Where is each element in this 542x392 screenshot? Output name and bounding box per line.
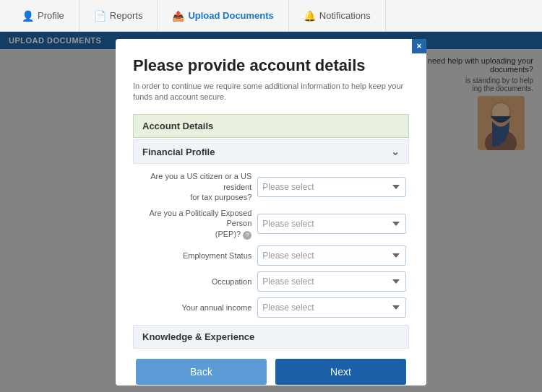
nav-upload-documents[interactable]: 📤 Upload Documents xyxy=(158,0,288,31)
form-row-pep: Are you a Politically Exposed Person(PEP… xyxy=(136,208,406,240)
label-occupation: Occupation xyxy=(136,276,257,287)
nav-profile-label: Profile xyxy=(38,10,64,21)
form-row-us-citizen: Are you a US citizen or a US residentfor… xyxy=(136,171,406,202)
profile-icon: 👤 xyxy=(22,10,34,22)
modal-overlay: × Please provide account details In orde… xyxy=(0,32,542,392)
next-button[interactable]: Next xyxy=(275,359,406,385)
back-button[interactable]: Back xyxy=(136,359,267,385)
nav-reports-label: Reports xyxy=(110,10,143,21)
modal-subtitle: In order to continue we require some add… xyxy=(133,81,409,103)
pep-help-icon[interactable]: ? xyxy=(243,231,251,240)
label-income: Your annual income xyxy=(136,302,257,313)
modal-title: Please provide account details xyxy=(133,56,409,75)
account-details-modal: × Please provide account details In orde… xyxy=(116,39,426,386)
top-navigation: 👤 Profile 📄 Reports 📤 Upload Documents 🔔… xyxy=(0,0,542,32)
nav-notifications[interactable]: 🔔 Notifications xyxy=(289,0,386,31)
label-pep: Are you a Politically Exposed Person(PEP… xyxy=(136,208,257,240)
section-financial-profile: Financial Profile ⌄ xyxy=(133,139,409,164)
financial-profile-form: Are you a US citizen or a US residentfor… xyxy=(133,171,409,317)
reports-icon: 📄 xyxy=(94,10,106,22)
form-row-occupation: Occupation Please select xyxy=(136,271,406,292)
upload-icon: 📤 xyxy=(172,10,184,22)
section-knowledge-experience: Knowledge & Experience xyxy=(133,325,409,349)
select-pep[interactable]: Please select Yes No xyxy=(257,214,406,234)
label-us-citizen: Are you a US citizen or a US residentfor… xyxy=(136,171,257,202)
nav-profile[interactable]: 👤 Profile xyxy=(7,0,79,31)
select-occupation[interactable]: Please select xyxy=(257,271,406,292)
select-us-citizen[interactable]: Please select Yes No xyxy=(257,177,406,197)
section-account-details: Account Details xyxy=(133,114,409,138)
form-row-employment: Employment Status Please select Employed… xyxy=(136,245,406,266)
form-row-income: Your annual income Please select xyxy=(136,297,406,318)
nav-notifications-label: Notifications xyxy=(319,10,371,21)
nav-upload-label: Upload Documents xyxy=(188,10,273,21)
notifications-icon: 🔔 xyxy=(304,10,316,22)
modal-close-button[interactable]: × xyxy=(412,39,426,53)
label-employment: Employment Status xyxy=(136,251,257,261)
modal-buttons: Back Next xyxy=(133,359,409,386)
nav-reports[interactable]: 📄 Reports xyxy=(79,0,158,31)
chevron-down-icon: ⌄ xyxy=(391,146,400,157)
select-employment[interactable]: Please select Employed Self-Employed Une… xyxy=(257,245,406,266)
select-income[interactable]: Please select xyxy=(257,297,406,318)
page-background: UPLOAD DOCUMENTS Do you need help with u… xyxy=(0,32,542,392)
modal-body: Please provide account details In order … xyxy=(116,39,426,386)
